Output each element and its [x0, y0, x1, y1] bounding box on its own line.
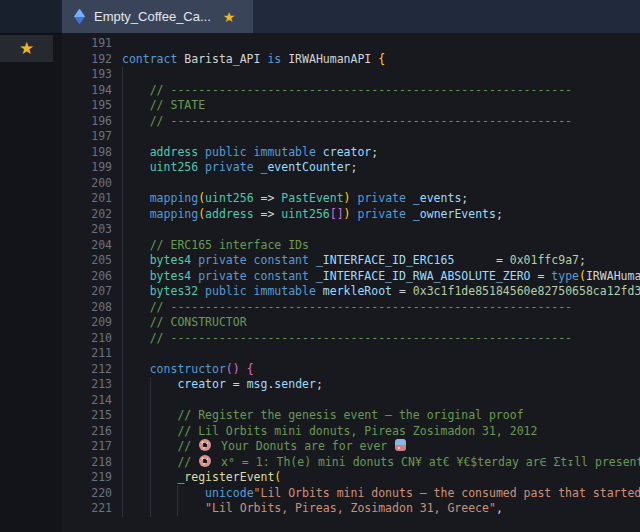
code-token: ) [344, 191, 351, 205]
code-line[interactable]: 210 // ---------------------------------… [62, 331, 640, 347]
code-line[interactable]: 193 [62, 67, 640, 83]
code-token: address [122, 145, 205, 159]
line-number[interactable]: 213 [62, 377, 112, 393]
line-number[interactable]: 204 [62, 238, 112, 254]
line-number[interactable]: 203 [62, 222, 112, 238]
code-line[interactable]: 202 mapping(address => uint256[]) privat… [62, 207, 640, 223]
code-text: // x⁰ = 1: Th(e) mini donuts CN¥ at€ ¥€$… [122, 455, 640, 469]
line-number[interactable]: 209 [62, 315, 112, 331]
code-text: constructor() { [122, 362, 254, 376]
line-number[interactable]: 201 [62, 191, 112, 207]
code-token: ; [351, 160, 358, 174]
code-line[interactable]: 221 "Lil Orbits, Pireas, Zosimadon 31, G… [62, 501, 640, 517]
code-token: immutable [254, 145, 323, 159]
line-number[interactable]: 221 [62, 501, 112, 517]
code-token: ; [371, 145, 378, 159]
line-number[interactable]: 212 [62, 362, 112, 378]
line-number[interactable]: 194 [62, 83, 112, 99]
code-token: constant [254, 253, 316, 267]
code-token: = [392, 284, 413, 298]
tab-empty-coffee[interactable]: Empty_Coffee_Ca... ★ [62, 0, 253, 33]
code-token [122, 377, 177, 391]
line-number[interactable]: 202 [62, 207, 112, 223]
line-number[interactable]: 191 [62, 36, 112, 52]
code-line[interactable]: 204 // ERC165 interface IDs [62, 238, 640, 254]
code-line[interactable]: 205 bytes4 private constant _INTERFACE_I… [62, 253, 640, 269]
tab-star-icon[interactable]: ★ [223, 10, 236, 24]
code-line[interactable]: 194 // ---------------------------------… [62, 83, 640, 99]
code-line[interactable]: 207 bytes32 public immutable merkleRoot … [62, 284, 640, 300]
line-number[interactable]: 206 [62, 269, 112, 285]
code-line[interactable]: 214 [62, 393, 640, 409]
code-text: bytes4 private constant _INTERFACE_ID_ER… [122, 253, 586, 267]
line-number[interactable]: 215 [62, 408, 112, 424]
code-line[interactable]: 211 [62, 346, 640, 362]
line-number[interactable]: 219 [62, 470, 112, 486]
code-token: uint256 [205, 191, 253, 205]
code-editor[interactable]: 191192contract Barista_API is IRWAHumanA… [62, 33, 640, 532]
line-number[interactable]: 218 [62, 455, 112, 471]
code-line[interactable]: 215 // Register the genesis event — the … [62, 408, 640, 424]
code-token [122, 470, 177, 484]
code-token: bytes4 [122, 253, 198, 267]
code-token: = [454, 253, 509, 267]
line-number[interactable]: 196 [62, 114, 112, 130]
code-text: _registerEvent( [122, 470, 281, 484]
code-token: "Lil Orbits, Pireas, Zosimadon 31, Greec… [205, 501, 496, 515]
code-line[interactable]: 198 address public immutable creator; [62, 145, 640, 161]
code-line[interactable]: 192contract Barista_API is IRWAHumanAPI … [62, 52, 640, 68]
code-text: address public immutable creator; [122, 145, 378, 159]
code-token: = [531, 269, 552, 283]
line-number[interactable]: 216 [62, 424, 112, 440]
code-token: = [226, 377, 247, 391]
code-line[interactable]: 220 unicode"Lil Orbits mini donuts — the… [62, 486, 640, 502]
code-line[interactable]: 209 // CONSTRUCTOR [62, 315, 640, 331]
code-lines: 191192contract Barista_API is IRWAHumanA… [62, 36, 640, 517]
line-number[interactable]: 199 [62, 160, 112, 176]
line-number[interactable]: 214 [62, 393, 112, 409]
code-line[interactable]: 213 creator = msg.sender; [62, 377, 640, 393]
code-line[interactable]: 200 [62, 176, 640, 192]
code-token [240, 362, 247, 376]
line-number[interactable]: 200 [62, 176, 112, 192]
line-number[interactable]: 210 [62, 331, 112, 347]
code-token: ) [344, 207, 351, 221]
line-number[interactable]: 207 [62, 284, 112, 300]
code-token: bytes4 [122, 269, 198, 283]
line-number[interactable]: 205 [62, 253, 112, 269]
code-line[interactable]: 206 bytes4 private constant _INTERFACE_I… [62, 269, 640, 285]
code-line[interactable]: 218 // x⁰ = 1: Th(e) mini donuts CN¥ at€… [62, 455, 640, 471]
line-number[interactable]: 195 [62, 98, 112, 114]
code-token: uint256 [122, 160, 205, 174]
code-text: creator = msg.sender; [122, 377, 323, 391]
line-number[interactable]: 197 [62, 129, 112, 145]
code-line[interactable]: 208 // ---------------------------------… [62, 300, 640, 316]
code-line[interactable]: 191 [62, 36, 640, 52]
code-line[interactable]: 201 mapping(uint256 => PastEvent) privat… [62, 191, 640, 207]
code-line[interactable]: 195 // STATE [62, 98, 640, 114]
sidebar-bookmark-row[interactable]: ★ [0, 35, 53, 62]
code-line[interactable]: 196 // ---------------------------------… [62, 114, 640, 130]
line-number[interactable]: 193 [62, 67, 112, 83]
line-number[interactable]: 217 [62, 439, 112, 455]
code-token: private [198, 253, 253, 267]
code-text: "Lil Orbits, Pireas, Zosimadon 31, Greec… [122, 501, 503, 515]
code-token: private [351, 207, 413, 221]
code-line[interactable]: 216 // Lil Orbits mini donuts, Pireas Zo… [62, 424, 640, 440]
code-line[interactable]: 217 // Your Donuts are for ever [62, 439, 640, 455]
line-number[interactable]: 208 [62, 300, 112, 316]
line-number[interactable]: 220 [62, 486, 112, 502]
code-line[interactable]: 197 [62, 129, 640, 145]
code-line[interactable]: 199 uint256 private _eventCounter; [62, 160, 640, 176]
code-token: // -------------------------------------… [122, 300, 572, 314]
code-token: { [378, 52, 385, 66]
donut-emoji-icon [199, 439, 211, 451]
line-number[interactable]: 198 [62, 145, 112, 161]
code-token: Barista_API [184, 52, 267, 66]
code-token: // Register the genesis event — the orig… [122, 408, 524, 422]
code-line[interactable]: 219 _registerEvent( [62, 470, 640, 486]
code-line[interactable]: 212 constructor() { [62, 362, 640, 378]
code-line[interactable]: 203 [62, 222, 640, 238]
line-number[interactable]: 211 [62, 346, 112, 362]
line-number[interactable]: 192 [62, 52, 112, 68]
